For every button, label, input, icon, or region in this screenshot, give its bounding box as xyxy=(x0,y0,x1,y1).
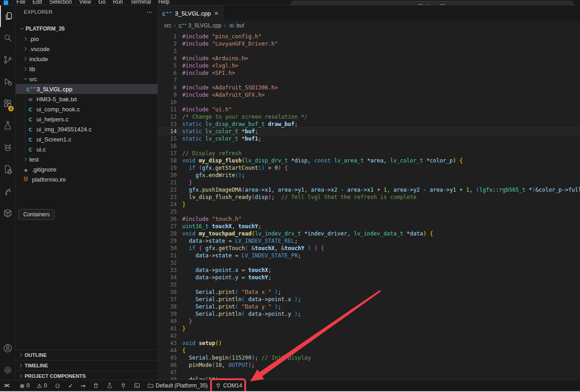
file-platformio.ini[interactable]: platformio.ini xyxy=(16,174,158,184)
code-line-21[interactable]: 21 } xyxy=(158,179,580,186)
code-line-28[interactable]: 28void my_touchpad_read(lv_indev_drv_t *… xyxy=(158,230,580,237)
code-area[interactable]: 1#include "pins_config.h"2#include "Lovy… xyxy=(158,31,580,381)
menu-view[interactable]: View xyxy=(75,0,95,5)
code-line-9[interactable]: 9#include <Adafruit_GFX.h> xyxy=(158,91,580,99)
activity-settings[interactable] xyxy=(0,359,15,381)
code-line-27[interactable]: 27uint16_t touchX, touchY; xyxy=(158,223,580,230)
activity-platformio-core[interactable] xyxy=(0,158,15,180)
activity-containers[interactable] xyxy=(0,202,15,224)
code-line-20[interactable]: 20 gfx.endWrite(); xyxy=(158,172,580,179)
code-line-41[interactable]: 41} xyxy=(158,325,580,332)
code-line-25[interactable]: 25 xyxy=(158,208,580,215)
folder-.vscode[interactable]: .vscode xyxy=(16,44,158,54)
menu-edit[interactable]: Edit xyxy=(29,0,46,5)
folder-test[interactable]: test xyxy=(16,154,158,164)
activity-testing[interactable] xyxy=(0,115,15,136)
code-line-4[interactable]: 4#include <Arduino.h> xyxy=(158,55,580,62)
file-ui.c[interactable]: Cui.c xyxy=(16,144,158,154)
more-actions-icon[interactable]: ⋯ xyxy=(147,8,153,16)
folder-lib[interactable]: lib xyxy=(16,64,158,74)
file-ui_img_394551424.c[interactable]: Cui_img_394551424.c xyxy=(16,124,158,134)
code-line-11[interactable]: 11#include "ui.h" xyxy=(158,106,580,113)
pio-monitor-button[interactable] xyxy=(118,381,129,391)
code-line-26[interactable]: 26#include "touch.h" xyxy=(158,215,580,223)
activity-accounts[interactable] xyxy=(0,337,15,359)
file-ui_screen1.c[interactable]: Cui_Screen1.c xyxy=(16,134,158,144)
remote-indicator[interactable]: >< xyxy=(2,381,15,391)
activity-espressif[interactable] xyxy=(0,180,15,202)
code-line-47[interactable]: 47 xyxy=(158,369,580,376)
activity-platformio[interactable] xyxy=(0,136,15,158)
menu-help[interactable]: Help xyxy=(155,0,174,5)
code-line-8[interactable]: 8#include <Adafruit_SSD1306.h> xyxy=(158,84,580,91)
code-line-31[interactable]: 31 data->state = LV_INDEV_STATE_PR; xyxy=(158,252,580,259)
code-line-40[interactable]: 40 } xyxy=(158,318,580,325)
code-line-33[interactable]: 33 data->point.x = touchX; xyxy=(158,267,580,274)
file-ui_comp_hook.c[interactable]: Cui_comp_hook.c xyxy=(16,104,158,114)
code-line-44[interactable]: 44{ xyxy=(158,347,580,354)
code-line-14[interactable]: 14static lv_color_t *buf; xyxy=(158,128,580,135)
code-line-15[interactable]: 15static lv_color_t *buf1; xyxy=(158,135,580,142)
code-line-5[interactable]: 5#include <lvgl.h> xyxy=(158,62,580,69)
section-outline[interactable]: OUTLINE xyxy=(16,350,158,360)
errors-indicator[interactable]: ⊗0 xyxy=(17,381,32,391)
code-line-23[interactable]: 23 lv_disp_flush_ready(disp); // Tell lv… xyxy=(158,193,580,201)
code-line-35[interactable]: 35 xyxy=(158,281,580,288)
code-line-38[interactable]: 38 Serial.print( "Data y " ); xyxy=(158,303,580,310)
breadcrumb-src[interactable]: src xyxy=(164,22,171,29)
code-line-32[interactable]: 32 xyxy=(158,259,580,267)
code-line-16[interactable]: 16 xyxy=(158,142,580,150)
menu-selection[interactable]: Selection xyxy=(46,0,75,5)
file-3_5lvgl.cpp[interactable]: C++3_5LVGL.cpp xyxy=(16,84,158,94)
code-line-42[interactable]: 42 xyxy=(158,332,580,340)
file-.gitignore[interactable]: ◆.gitignore xyxy=(16,164,158,174)
serial-port-selector[interactable]: COM14 xyxy=(213,381,244,391)
menu-go[interactable]: Go xyxy=(95,0,109,5)
tab-3-5lvgl-cpp[interactable]: C++ 3_5LVGL.cpp × xyxy=(158,5,223,21)
warnings-indicator[interactable]: ⚠0 xyxy=(35,381,49,391)
pio-env-selector[interactable]: Default (Platform_35) xyxy=(145,381,210,391)
code-line-17[interactable]: 17// Display refresh xyxy=(158,150,580,157)
code-line-37[interactable]: 37 Serial.println( data->point.x ); xyxy=(158,296,580,303)
code-line-39[interactable]: 39 Serial.println( data->point.y ); xyxy=(158,310,580,318)
folder-src[interactable]: src xyxy=(16,74,158,84)
activity-extensions[interactable]: ⚠ xyxy=(0,93,15,115)
pio-clean-button[interactable] xyxy=(90,381,101,391)
pio-terminal-button[interactable] xyxy=(132,381,142,391)
breadcrumb-3_5lvgl.cpp[interactable]: C++3_5LVGL.cpp xyxy=(179,22,221,29)
code-line-34[interactable]: 34 data->point.y = touchY; xyxy=(158,274,580,281)
breadcrumb-buf[interactable]: buf xyxy=(229,22,244,29)
file-ui_helpers.c[interactable]: Cui_helpers.c xyxy=(16,114,158,124)
code-line-46[interactable]: 46 pinMode(18, OUTPUT); xyxy=(158,361,580,369)
pio-home-button[interactable] xyxy=(52,381,63,391)
code-line-12[interactable]: 12/* Change to your screen resolution */ xyxy=(158,113,580,120)
pio-upload-button[interactable]: → xyxy=(78,381,88,391)
pio-test-button[interactable] xyxy=(104,381,115,391)
code-line-19[interactable]: 19 if (gfx.getStartCount() > 0) { xyxy=(158,164,580,172)
menu-run[interactable]: Run xyxy=(109,0,127,5)
code-line-45[interactable]: 45 Serial.begin(115200); // Init Display xyxy=(158,354,580,361)
code-line-1[interactable]: 1#include "pins_config.h" xyxy=(158,33,580,40)
code-line-7[interactable]: 7 xyxy=(158,77,580,84)
code-line-13[interactable]: 13static lv_disp_draw_buf_t draw_buf; xyxy=(158,120,580,128)
folder-platform_35[interactable]: PLATFORM_35 xyxy=(16,24,158,34)
code-line-30[interactable]: 30 if ( gfx.getTouch( &touchX, &touchY )… xyxy=(158,245,580,252)
close-icon[interactable]: × xyxy=(215,10,218,17)
code-line-36[interactable]: 36 Serial.print( "Data x " ); xyxy=(158,288,580,296)
activity-run-and-debug[interactable] xyxy=(0,71,15,93)
code-line-2[interactable]: 2#include "LovyanGFX_Driver.h" xyxy=(158,40,580,47)
code-line-6[interactable]: 6#include <SPI.h> xyxy=(158,69,580,77)
code-line-43[interactable]: 43void setup() xyxy=(158,340,580,347)
menu-terminal[interactable]: Terminal xyxy=(127,0,154,5)
code-line-3[interactable]: 3 xyxy=(158,47,580,55)
code-line-29[interactable]: 29 data->state = LV_INDEV_STATE_REL; xyxy=(158,237,580,245)
section-timeline[interactable]: TIMELINE xyxy=(16,360,158,371)
folder-include[interactable]: include xyxy=(16,54,158,64)
pio-build-button[interactable]: ✓ xyxy=(66,381,75,391)
folder-.pio[interactable]: .pio xyxy=(16,34,158,44)
activity-explorer[interactable] xyxy=(0,5,16,27)
menu-file[interactable]: File xyxy=(13,0,29,5)
code-line-10[interactable]: 10 xyxy=(158,99,580,106)
file-hmi3-5_bak.txt[interactable]: ≡HMI3-5_bak.txt xyxy=(16,94,158,104)
activity-search[interactable] xyxy=(0,27,15,49)
